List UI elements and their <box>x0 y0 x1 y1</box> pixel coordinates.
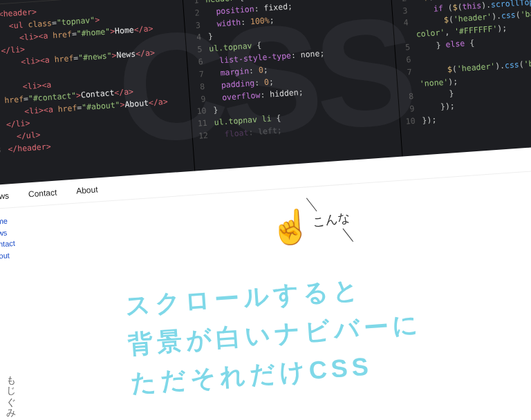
nav-link[interactable]: News <box>0 191 10 202</box>
nav-link[interactable]: Contact <box>28 188 57 200</box>
css-code[interactable]: 1header { 2 position: fixed; 3 width: 10… <box>183 0 400 147</box>
headline: スクロールすると 背景が白いナビバーに ただそれだけCSS <box>124 266 427 402</box>
site-logo: もじぐみ <box>4 369 17 413</box>
html-code[interactable]: 1<header> 2 <ul class="topnav"> 3 <li><a… <box>0 0 193 162</box>
js-code[interactable]: 1$(document).ready(function() 2 $(window… <box>390 0 531 133</box>
hand-cursor-icon: ☝ <box>269 207 312 247</box>
nav-link[interactable]: About <box>76 184 98 195</box>
